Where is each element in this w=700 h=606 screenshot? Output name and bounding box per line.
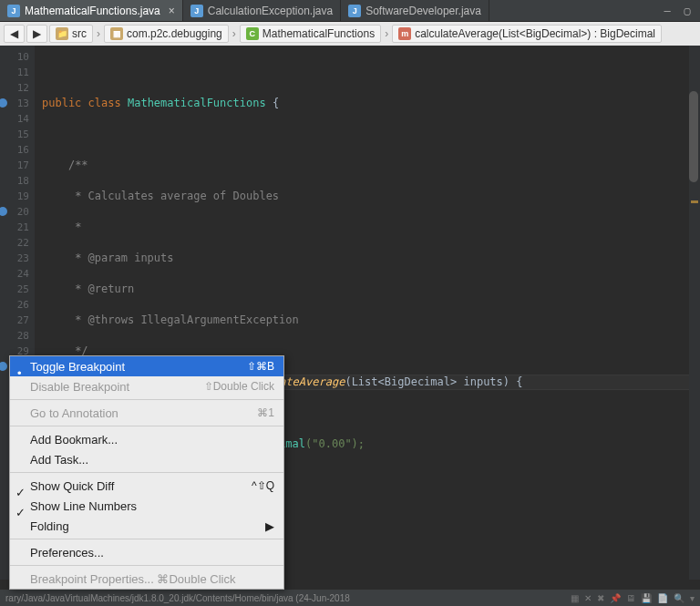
chevron-right-icon: › xyxy=(97,27,100,40)
stop-icon[interactable]: ✕ xyxy=(584,593,592,603)
java-file-icon: J xyxy=(190,5,203,17)
menu-preferences[interactable]: Preferences... xyxy=(10,542,283,562)
close-icon[interactable]: × xyxy=(169,5,175,17)
class-icon: C xyxy=(246,27,259,40)
search-icon[interactable]: 🔍 xyxy=(674,593,685,603)
menu-add-bookmark[interactable]: Add Bookmark... xyxy=(10,429,283,449)
menu-goto-annotation: Go to Annotation ⌘1 xyxy=(10,403,283,423)
breadcrumb-class[interactable]: C MathematicalFunctions xyxy=(240,25,381,43)
chevron-right-icon: › xyxy=(385,27,388,40)
gutter-context-menu: Toggle Breakpoint ⇧⌘B Disable Breakpoint… xyxy=(9,355,284,590)
method-icon: m xyxy=(398,27,411,40)
tab-label: MathematicalFunctions.java xyxy=(25,5,160,17)
menu-separator xyxy=(10,472,283,473)
breadcrumb-nav-fwd[interactable]: ▶ xyxy=(26,25,47,43)
menu-separator xyxy=(10,426,283,426)
breadcrumb-method[interactable]: m calculateAverage(List<BigDecimal>) : B… xyxy=(392,25,662,43)
tab-softwaredev[interactable]: J SoftwareDeveloper.java xyxy=(341,0,489,21)
menu-separator xyxy=(10,399,283,400)
page-icon[interactable]: 📄 xyxy=(657,593,668,603)
menu-folding[interactable]: Folding ▶ xyxy=(10,516,283,536)
breadcrumb-src[interactable]: 📁 src xyxy=(49,25,93,43)
status-bar: rary/Java/JavaVirtualMachines/jdk1.8.0_2… xyxy=(0,590,700,606)
breadcrumb-nav-back[interactable]: ◀ xyxy=(4,25,25,43)
window-controls: – ▢ xyxy=(660,5,700,17)
breadcrumb-package[interactable]: ▦ com.p2c.debugging xyxy=(104,25,229,43)
tab-calcexception[interactable]: J CalculationException.java xyxy=(183,0,341,21)
arrow-right-icon: ▶ xyxy=(33,27,41,40)
save-icon[interactable]: 💾 xyxy=(641,593,652,603)
status-icons: ▦ ✕ ✖ 📌 🖥 💾 📄 🔍 ▾ xyxy=(571,593,695,603)
menu-disable-breakpoint: Disable Breakpoint ⇧Double Click xyxy=(10,376,283,396)
maximize-icon[interactable]: ▢ xyxy=(680,5,695,17)
pin-icon[interactable]: 📌 xyxy=(610,593,621,603)
tab-label: CalculationException.java xyxy=(208,5,333,17)
package-icon: ▦ xyxy=(110,27,123,40)
menu-toggle-breakpoint[interactable]: Toggle Breakpoint ⇧⌘B xyxy=(10,356,283,376)
chevron-right-icon: › xyxy=(232,27,236,40)
console-icon[interactable]: ▦ xyxy=(571,593,579,603)
menu-show-quick-diff[interactable]: Show Quick Diff ^⇧Q xyxy=(10,476,283,496)
arrow-left-icon: ◀ xyxy=(10,27,18,40)
clear-icon[interactable]: ✖ xyxy=(597,593,604,603)
folder-icon: 📁 xyxy=(56,27,68,40)
vertical-scrollbar[interactable] xyxy=(689,91,698,182)
menu-separator xyxy=(10,539,283,539)
menu-add-task[interactable]: Add Task... xyxy=(10,449,283,469)
more-icon[interactable]: ▾ xyxy=(690,593,695,603)
minimize-icon[interactable]: – xyxy=(660,5,674,17)
java-file-icon: J xyxy=(348,5,361,17)
tab-mathfunctions[interactable]: J MathematicalFunctions.java × xyxy=(0,0,183,21)
chevron-right-icon: ▶ xyxy=(265,519,274,533)
menu-show-line-numbers[interactable]: Show Line Numbers xyxy=(10,496,283,516)
status-path: rary/Java/JavaVirtualMachines/jdk1.8.0_2… xyxy=(5,593,563,603)
tab-label: SoftwareDeveloper.java xyxy=(365,5,481,17)
java-file-icon: J xyxy=(7,5,20,17)
menu-separator xyxy=(10,565,283,566)
breadcrumb: ◀ ▶ 📁 src › ▦ com.p2c.debugging › C Math… xyxy=(0,22,700,46)
monitor-icon[interactable]: 🖥 xyxy=(626,593,635,603)
editor-tabs: J MathematicalFunctions.java × J Calcula… xyxy=(0,0,700,22)
menu-breakpoint-properties: Breakpoint Properties... ⌘Double Click xyxy=(10,569,283,589)
